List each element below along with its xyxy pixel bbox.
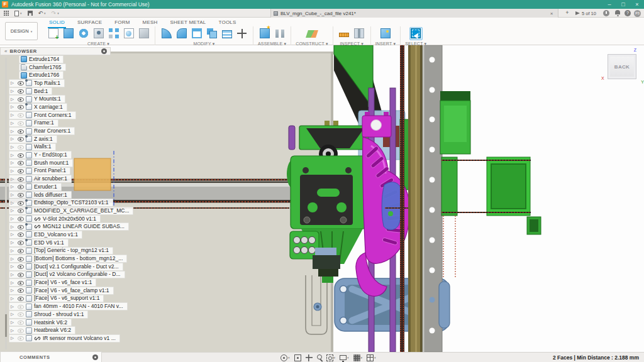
workspace-selector-button[interactable]: DESIGN ▾ — [5, 22, 38, 40]
visibility-eye-icon[interactable] — [17, 104, 24, 111]
visibility-eye-icon[interactable] — [17, 327, 24, 334]
visibility-eye-icon[interactable] — [17, 112, 24, 119]
undo-button[interactable]: ↶ ▾ — [38, 10, 46, 16]
insert-image-button[interactable] — [379, 27, 392, 40]
browser-row[interactable]: V-Slot 20x20x500 v1:1 — [9, 215, 101, 223]
browser-row[interactable]: MODIFIED_X_CARRIAGE_BELT_MC... — [9, 207, 133, 215]
visibility-eye-icon[interactable] — [17, 96, 24, 102]
browser-row[interactable]: E3D_Volcano v1:1 — [9, 231, 82, 239]
construct-plane-button[interactable] — [305, 27, 318, 40]
expand-arrow-icon[interactable] — [11, 231, 15, 238]
browser-item-label[interactable]: Heatbreak V6:2 — [34, 327, 71, 334]
browser-row[interactable]: Extrude1766 — [19, 71, 64, 79]
measure-button[interactable] — [338, 27, 351, 40]
expand-arrow-icon[interactable] — [11, 310, 15, 318]
browser-row[interactable]: Heatsink V6:2 — [9, 319, 72, 327]
fit-button[interactable]: ▾ — [326, 354, 336, 361]
file-menu-button[interactable]: ▾ — [14, 11, 22, 16]
expand-arrow-icon[interactable] — [11, 79, 15, 87]
visibility-eye-icon[interactable] — [17, 239, 24, 246]
joint-button[interactable] — [273, 27, 286, 40]
browser-item-label[interactable]: IR sensor mount Volcano v1 ... — [43, 335, 116, 342]
browser-row[interactable]: [Bottom] Bottoms - bottom_mgn12_... — [9, 255, 127, 263]
browser-row[interactable]: Heatbreak V6:2 — [9, 326, 75, 334]
browser-row[interactable]: IR sensor mount Volcano v1 ... — [9, 334, 120, 343]
visibility-eye-icon[interactable] — [17, 231, 24, 238]
select-button[interactable] — [409, 27, 423, 40]
help-icon[interactable]: ? — [625, 10, 631, 16]
pan-button[interactable] — [306, 354, 313, 361]
browser-item-label[interactable]: Exruder:1 — [34, 184, 57, 190]
browser-item-label[interactable]: V-Slot 20x20x500 v1:1 — [43, 216, 96, 222]
expand-arrow-icon[interactable] — [11, 327, 15, 334]
visibility-eye-icon[interactable] — [17, 80, 24, 87]
expand-arrow-icon[interactable] — [11, 183, 15, 190]
visibility-eye-icon[interactable] — [17, 263, 24, 270]
view-cube-face[interactable]: BACK — [608, 54, 636, 79]
browser-item-label[interactable]: Walls:1 — [34, 143, 52, 150]
browser-row[interactable]: X carriage:1 — [9, 103, 67, 111]
expand-arrow-icon[interactable] — [11, 96, 15, 103]
expand-arrow-icon[interactable] — [11, 151, 15, 159]
new-tab-button[interactable]: + — [564, 9, 571, 16]
browser-item-label[interactable]: E3D_Volcano v1:1 — [34, 231, 78, 238]
browser-row[interactable]: Z axis:1 — [9, 135, 57, 143]
visibility-eye-icon[interactable] — [17, 335, 24, 342]
browser-row[interactable]: Y Mounts:1 — [9, 95, 65, 103]
minimize-button[interactable]: – — [602, 0, 616, 9]
browser-item-label[interactable]: Shroud - shroud v1:1 — [34, 311, 84, 318]
visibility-eye-icon[interactable] — [17, 136, 24, 143]
browser-item-label[interactable]: Frame:1 — [34, 119, 54, 126]
expand-arrow-icon[interactable] — [11, 215, 15, 222]
browser-item-label[interactable]: Endstop_Opto_TCST2103 v1:1 — [34, 199, 109, 206]
browser-row[interactable]: Walls:1 — [9, 143, 56, 151]
browser-item-label[interactable]: Front Panel:1 — [34, 167, 66, 174]
browser-item-label[interactable]: Top Rails:1 — [34, 80, 60, 87]
visibility-eye-icon[interactable] — [17, 128, 24, 134]
job-queue-clock-icon[interactable] — [603, 10, 609, 16]
browser-item-label[interactable]: Heatsink V6:2 — [34, 319, 67, 326]
visibility-eye-icon[interactable] — [17, 287, 24, 294]
user-avatar[interactable]: P3 — [634, 10, 641, 17]
browser-row[interactable]: Rear Croners:1 — [9, 127, 75, 135]
visibility-eye-icon[interactable] — [17, 247, 24, 254]
browser-collapse-icon[interactable]: « — [4, 48, 7, 54]
save-button[interactable] — [28, 11, 33, 16]
visibility-eye-icon[interactable] — [17, 255, 24, 262]
shell-button[interactable] — [190, 27, 203, 40]
browser-panel-header[interactable]: « BROWSER — [0, 47, 111, 55]
expand-arrow-icon[interactable] — [11, 103, 15, 111]
browser-item-label[interactable]: Front Corners:1 — [34, 112, 72, 119]
browser-row[interactable]: Bed:1 — [9, 87, 52, 96]
expand-arrow-icon[interactable] — [11, 207, 15, 214]
expand-arrow-icon[interactable] — [11, 263, 15, 270]
revolve-button[interactable] — [77, 27, 90, 40]
expand-arrow-icon[interactable] — [11, 199, 15, 207]
browser-row[interactable]: Brush mount:1 — [9, 159, 73, 167]
browser-row[interactable]: E3D V6 v1:1 — [9, 239, 69, 247]
expand-arrow-icon[interactable] — [11, 334, 15, 342]
app-grid-menu-icon[interactable] — [4, 11, 9, 16]
browser-item-label[interactable]: fan 40mm - 4010 FAN - 4010 FAN v... — [34, 303, 123, 310]
browser-item-label[interactable]: Extrude1764 — [29, 56, 59, 63]
browser-row[interactable]: [Duct] v2.1 Configurable - Duct v2... — [9, 263, 123, 271]
browser-row[interactable]: Front Corners:1 — [9, 111, 76, 119]
visibility-eye-icon[interactable] — [17, 319, 24, 326]
visibility-eye-icon[interactable] — [17, 160, 24, 167]
browser-row[interactable]: Extrude1764 — [19, 55, 64, 63]
job-status-badge[interactable]: 5 of 10 — [575, 9, 596, 18]
offset-face-button[interactable] — [220, 27, 233, 40]
browser-row[interactable]: Endstop_Opto_TCST2103 v1:1 — [9, 199, 113, 207]
visibility-eye-icon[interactable] — [17, 311, 24, 318]
visibility-eye-icon[interactable] — [17, 192, 24, 199]
browser-item-label[interactable]: Y - EndStop:1 — [34, 151, 67, 158]
section-button[interactable] — [353, 27, 366, 40]
browser-row[interactable]: Front Panel:1 — [9, 167, 70, 175]
expand-arrow-icon[interactable] — [11, 223, 15, 231]
orbit-button[interactable]: ▾ — [280, 354, 290, 361]
combine-button[interactable] — [205, 27, 218, 40]
browser-item-label[interactable]: [Duct] v2 Volcano Configurable - D... — [34, 271, 121, 278]
browser-item-label[interactable]: Air scrubber:1 — [34, 175, 67, 182]
hole-button[interactable] — [92, 27, 105, 40]
expand-arrow-icon[interactable] — [11, 111, 15, 119]
